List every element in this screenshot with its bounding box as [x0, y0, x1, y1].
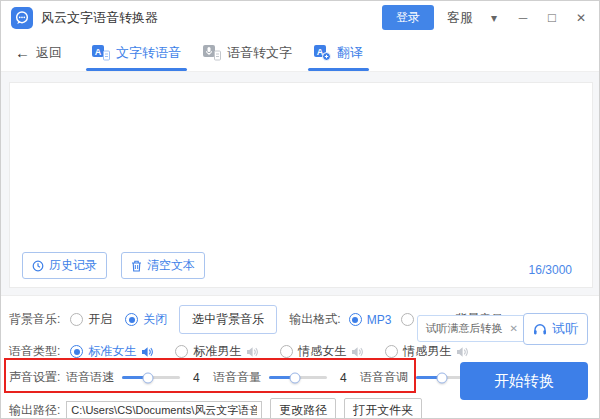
sound-settings-row: 声音设置: 语音语速 4 语音音量 4 语音音调 4 — [9, 369, 497, 386]
history-button[interactable]: 历史记录 — [22, 252, 107, 279]
radio-selected-icon[interactable] — [349, 313, 362, 326]
back-arrow-icon: ← — [15, 44, 30, 61]
slider-knob[interactable] — [143, 372, 154, 383]
app-logo-icon — [11, 7, 33, 29]
customer-service-link[interactable]: 客服 — [447, 9, 473, 27]
sound-settings-label: 声音设置: — [9, 369, 60, 386]
bgm-on-label: 开启 — [88, 311, 112, 328]
format-label: 输出格式: — [289, 311, 340, 328]
open-folder-button[interactable]: 打开文件夹 — [344, 398, 422, 419]
titlebar: 风云文字语音转换器 登录 客服 ▾ ─ □ ✕ — [1, 1, 599, 34]
maximize-button[interactable]: □ — [544, 10, 560, 25]
app-title: 风云文字语音转换器 — [41, 9, 158, 27]
svg-text:A: A — [95, 46, 102, 56]
tab-label: 翻译 — [337, 44, 363, 62]
radio-unselected-icon[interactable] — [280, 345, 293, 358]
select-bgm-button[interactable]: 选中背景音乐 — [179, 305, 277, 334]
format-mp3-option[interactable]: MP3 — [349, 313, 392, 327]
tooltip-close-icon[interactable]: ✕ — [510, 323, 518, 334]
radio-selected-icon[interactable] — [70, 345, 83, 358]
voice-option-label: 情感女生 — [298, 343, 346, 360]
change-path-button[interactable]: 更改路径 — [270, 398, 336, 419]
speaker-icon[interactable] — [246, 346, 258, 358]
back-label: 返回 — [36, 44, 62, 62]
active-tab-underline — [308, 68, 369, 71]
radio-selected-icon[interactable] — [125, 313, 138, 326]
radio-unselected-icon[interactable] — [175, 345, 188, 358]
slider-knob[interactable] — [290, 372, 301, 383]
speech-rate-value: 4 — [189, 371, 203, 385]
tab-label: 语音转文字 — [227, 44, 292, 62]
headphone-icon — [533, 323, 547, 335]
voice-option-label: 标准女生 — [88, 343, 136, 360]
bgm-label: 背景音乐: — [9, 311, 60, 328]
menu-dropdown-icon[interactable]: ▾ — [486, 11, 502, 25]
tabbar: ← 返回 A 文字转语音 — [1, 34, 599, 72]
output-path-row: 输出路径: 更改路径 打开文件夹 — [9, 398, 422, 419]
voice-option-label: 标准男生 — [193, 343, 241, 360]
speaker-icon[interactable] — [456, 346, 468, 358]
speech-pitch-label: 语音音调 — [360, 369, 408, 386]
start-convert-button[interactable]: 开始转换 — [460, 362, 588, 400]
tab-speech-to-text[interactable]: 语音转文字 — [195, 34, 300, 71]
minimize-button[interactable]: ─ — [515, 11, 531, 25]
voice-option-label: 情感男生 — [403, 343, 451, 360]
voice-option-emotional-female[interactable]: 情感女生 — [280, 343, 363, 360]
trash-icon — [131, 260, 142, 272]
clock-icon — [32, 260, 44, 272]
login-button[interactable]: 登录 — [382, 5, 434, 30]
active-tab-underline — [86, 68, 187, 71]
preview-tooltip-text: 试听满意后转换 — [426, 321, 503, 336]
speech-rate-label: 语音语速 — [66, 369, 114, 386]
bgm-off-label: 关闭 — [143, 311, 167, 328]
back-button[interactable]: ← 返回 — [15, 34, 62, 71]
preview-tooltip: 试听满意后转换 ✕ — [417, 315, 527, 342]
speech-rate-slider[interactable] — [122, 376, 180, 379]
mp3-label: MP3 — [367, 313, 392, 327]
speaker-icon[interactable] — [351, 346, 363, 358]
listen-button[interactable]: 试听 — [523, 313, 588, 345]
tab-text-to-speech[interactable]: A 文字转语音 — [84, 34, 189, 71]
speech-volume-value: 4 — [336, 371, 350, 385]
tab-translate[interactable]: A 翻译 — [306, 34, 371, 71]
voice-type-label: 语音类型: — [9, 343, 60, 360]
bgm-off-option[interactable]: 关闭 — [125, 311, 167, 328]
voice-option-standard-male[interactable]: 标准男生 — [175, 343, 258, 360]
clear-text-label: 清空文本 — [147, 257, 195, 274]
speech-volume-label: 语音音量 — [213, 369, 261, 386]
listen-label: 试听 — [552, 320, 578, 338]
text-input-area[interactable]: 历史记录 清空文本 16/3000 — [9, 82, 593, 288]
radio-unselected-icon[interactable] — [70, 313, 83, 326]
radio-unselected-icon[interactable] — [401, 313, 414, 326]
output-path-label: 输出路径: — [9, 402, 60, 419]
settings-panel: 背景音乐: 开启 关闭 选中背景音乐 输出格式: MP3 WAV 背景音量 — [1, 295, 600, 419]
tab-label: 文字转语音 — [116, 44, 181, 62]
app-window: 风云文字语音转换器 登录 客服 ▾ ─ □ ✕ ← 返回 A — [0, 0, 600, 419]
clear-text-button[interactable]: 清空文本 — [121, 252, 205, 279]
text-to-speech-icon: A — [92, 45, 110, 61]
translate-icon: A — [314, 45, 331, 61]
radio-unselected-icon[interactable] — [385, 345, 398, 358]
speech-volume-slider[interactable] — [269, 376, 327, 379]
history-label: 历史记录 — [49, 257, 97, 274]
voice-type-row: 语音类型: 标准女生 标准男生 — [9, 343, 468, 360]
speaker-icon[interactable] — [141, 346, 153, 358]
voice-option-emotional-male[interactable]: 情感男生 — [385, 343, 468, 360]
bgm-on-option[interactable]: 开启 — [70, 311, 112, 328]
voice-option-standard-female[interactable]: 标准女生 — [70, 343, 153, 360]
speech-to-text-icon — [203, 45, 221, 61]
output-path-input[interactable] — [66, 401, 262, 419]
close-button[interactable]: ✕ — [573, 11, 589, 25]
slider-knob[interactable] — [437, 372, 448, 383]
char-counter: 16/3000 — [529, 263, 572, 277]
